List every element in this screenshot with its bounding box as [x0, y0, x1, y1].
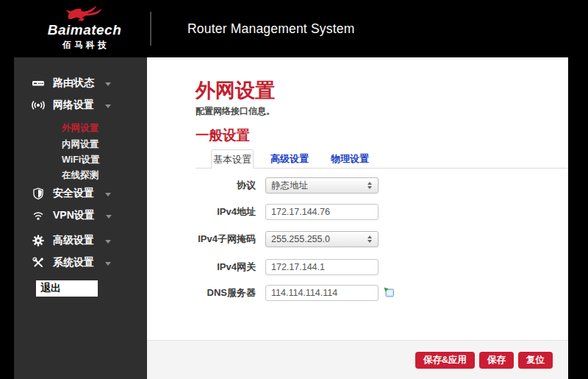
form-row-ipv4-address: IPv4地址 [147, 204, 412, 220]
form-row-ipv4-gateway: IPv4网关 [147, 259, 412, 275]
tab-physical-settings[interactable]: 物理设置 [331, 149, 369, 169]
logout-label: 退出 [40, 282, 61, 295]
select-stepper-icon [368, 182, 372, 189]
page-subtitle: 配置网络接口信息。 [196, 105, 275, 118]
submenu-label: WiFi设置 [62, 154, 99, 166]
ipv4-netmask-label: IPv4子网掩码 [147, 231, 256, 247]
sidebar-item-label: 路由状态 [53, 77, 94, 90]
app-header: Baimatech 佰马科技 Router Management System [0, 0, 588, 57]
form-row-ipv4-netmask: IPv4子网掩码 255.255.255.0 [147, 231, 412, 247]
sidebar-item-security-settings[interactable]: 安全设置 [32, 186, 111, 201]
protocol-value: 静态地址 [271, 180, 308, 192]
chevron-down-icon [105, 105, 111, 108]
tools-icon [32, 257, 45, 269]
page-title: 外网设置 [196, 77, 275, 104]
sidebar-subitem-wan-settings[interactable]: 外网设置 [62, 122, 98, 134]
brand-name: Baimatech [38, 23, 131, 38]
header-divider [150, 12, 151, 46]
sidebar-item-label: 安全设置 [53, 187, 94, 200]
tab-advanced-settings[interactable]: 高级设置 [270, 149, 309, 169]
sidebar-item-vpn-settings[interactable]: VPN设置 [32, 208, 112, 223]
chevron-down-icon [105, 82, 111, 86]
ipv4-netmask-select[interactable]: 255.255.255.0 [265, 231, 379, 247]
gear-icon [32, 235, 45, 247]
ipv4-gateway-input[interactable] [265, 259, 379, 275]
sidebar-item-label: 网络设置 [53, 99, 94, 112]
app-title: Router Management System [187, 0, 355, 57]
ipv4-gateway-label: IPv4网关 [147, 259, 256, 275]
sidebar-subitem-online-detect[interactable]: 在线探测 [62, 169, 98, 181]
vpn-signal-icon [32, 210, 45, 222]
sidebar-subitem-wifi-settings[interactable]: WiFi设置 [62, 154, 99, 166]
submenu-label: 外网设置 [62, 122, 98, 135]
add-entry-icon[interactable] [384, 287, 395, 298]
sidebar-subitem-lan-settings[interactable]: 内网设置 [62, 138, 98, 150]
protocol-label: 协议 [147, 177, 256, 194]
submenu-label: 在线探测 [62, 169, 98, 182]
brand-name-cn: 佰马科技 [38, 39, 131, 52]
sidebar-item-system-settings[interactable]: 系统设置 [32, 255, 111, 270]
dns-server-input[interactable] [265, 285, 379, 301]
sidebar-item-label: 高级设置 [53, 234, 94, 247]
protocol-select[interactable]: 静态地址 [265, 177, 379, 194]
section-title: 一般设置 [196, 126, 250, 144]
form-row-protocol: 协议 静态地址 [147, 177, 412, 194]
horse-logo-icon [38, 3, 131, 23]
sidebar-item-router-status[interactable]: 路由状态 [32, 76, 111, 91]
ipv4-address-label: IPv4地址 [147, 204, 256, 220]
sidebar-item-network-settings[interactable]: 网络设置 [32, 98, 111, 113]
chevron-down-icon [105, 262, 111, 266]
reset-button[interactable]: 复位 [518, 352, 553, 369]
ipv4-netmask-value: 255.255.255.0 [271, 234, 330, 244]
select-stepper-icon [368, 235, 372, 243]
chevron-down-icon [106, 215, 112, 219]
sidebar: 路由状态 网络设置 外网设置 内网设置 WiFi设置 在线探测 [14, 57, 147, 379]
ipv4-address-input[interactable] [265, 204, 379, 220]
router-status-icon [32, 77, 45, 89]
chevron-down-icon [105, 193, 111, 196]
logout-button[interactable]: 退出 [36, 280, 98, 297]
sidebar-item-label: VPN设置 [53, 209, 95, 222]
form-row-dns-server: DNS服务器 [147, 285, 412, 301]
sidebar-item-label: 系统设置 [53, 256, 94, 269]
network-broadcast-icon [32, 99, 45, 111]
sidebar-item-advanced-settings[interactable]: 高级设置 [32, 233, 111, 248]
submenu-label: 内网设置 [62, 138, 98, 151]
save-apply-button[interactable]: 保存&应用 [415, 352, 475, 369]
shield-icon [32, 188, 45, 199]
save-button[interactable]: 保存 [479, 352, 514, 369]
main-content: 外网设置 配置网络接口信息。 一般设置 基本设置 高级设置 物理设置 协议 静态… [147, 57, 568, 379]
dns-server-label: DNS服务器 [147, 285, 256, 301]
brand-logo: Baimatech 佰马科技 [38, 2, 131, 52]
chevron-down-icon [105, 240, 111, 244]
action-bar: 保存&应用 保存 复位 [147, 340, 568, 379]
tab-basic-settings[interactable]: 基本设置 [211, 149, 254, 169]
tab-bar: 基本设置 高级设置 物理设置 [196, 149, 568, 169]
